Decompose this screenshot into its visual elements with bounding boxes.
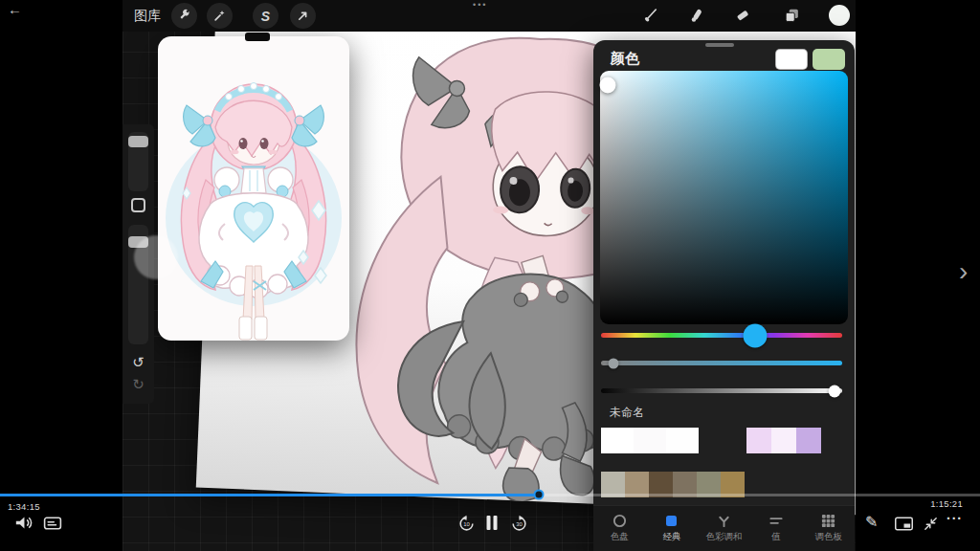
- layers-button[interactable]: [781, 6, 802, 25]
- saturation-brightness-picker[interactable]: [600, 71, 848, 324]
- wrench-icon: [177, 9, 191, 23]
- seek-bar-fill: [0, 494, 539, 496]
- pencil-icon: ✎: [865, 513, 878, 531]
- tab-value[interactable]: 值: [750, 506, 803, 551]
- undo-button[interactable]: ↺: [122, 354, 154, 371]
- volume-button[interactable]: [13, 514, 34, 531]
- reference-panel-handle[interactable]: [245, 33, 270, 41]
- palette-swatch[interactable]: [796, 428, 821, 453]
- next-panel-chevron[interactable]: ›: [959, 256, 968, 287]
- forward-30-icon: 30: [510, 515, 528, 533]
- system-dots: •••: [473, 0, 487, 10]
- color-panel-title: 颜色: [611, 50, 639, 68]
- note-pencil-button[interactable]: ✎: [865, 513, 878, 531]
- smudge-finger-icon: [688, 7, 705, 24]
- seek-bar-thumb[interactable]: [534, 490, 545, 500]
- more-options-button[interactable]: ···: [947, 511, 963, 526]
- speaker-icon: [14, 515, 33, 531]
- rewind-10-button[interactable]: 10: [457, 514, 476, 533]
- procreate-toolbar: 图库 S: [122, 0, 856, 32]
- actions-wrench-button[interactable]: [171, 3, 197, 29]
- palette-row-white: [601, 428, 699, 453]
- hue-slider-thumb[interactable]: [744, 323, 768, 347]
- reference-panel[interactable]: [158, 36, 349, 341]
- color-mode-tabbar: 色盘 经典 色彩调和 值 调色板: [593, 505, 855, 551]
- hue-slider[interactable]: [601, 333, 842, 338]
- brush-icon: [642, 7, 659, 24]
- palette-row-purple: [746, 428, 821, 453]
- remaining-time: 1:15:21: [930, 498, 963, 509]
- brush-tool-button[interactable]: [641, 6, 660, 25]
- saturation-slider[interactable]: [601, 361, 842, 365]
- danmaku-button[interactable]: [42, 516, 63, 531]
- palettes-grid-icon: [821, 514, 835, 528]
- svg-text:10: 10: [463, 520, 470, 526]
- picture-in-picture-icon: [894, 517, 914, 531]
- brush-size-slider-thumb[interactable]: [128, 136, 148, 147]
- tab-harmony[interactable]: 色彩调和: [698, 506, 750, 551]
- tab-classic[interactable]: 经典: [646, 506, 699, 551]
- value-sliders-icon: [768, 514, 784, 528]
- mini-player-button[interactable]: [893, 516, 914, 531]
- more-dots-icon: ···: [947, 511, 963, 526]
- forward-30-button[interactable]: 30: [509, 514, 528, 533]
- exit-fullscreen-button[interactable]: [921, 515, 940, 532]
- pause-icon: [485, 515, 499, 531]
- current-color-chip[interactable]: [775, 49, 808, 70]
- palette-swatch[interactable]: [634, 428, 666, 453]
- eraser-tool-button[interactable]: [733, 6, 752, 25]
- touch-indicator: [134, 235, 178, 279]
- back-button[interactable]: ←: [8, 1, 22, 17]
- seek-bar[interactable]: [0, 494, 980, 496]
- brightness-slider-thumb[interactable]: [829, 385, 841, 397]
- panel-drag-handle[interactable]: [705, 43, 734, 47]
- gallery-button[interactable]: 图库: [134, 8, 161, 25]
- secondary-color-chip[interactable]: [813, 49, 845, 70]
- selection-s-icon: S: [261, 9, 270, 24]
- picker-handle[interactable]: [599, 77, 615, 93]
- tab-disc[interactable]: 色盘: [593, 506, 646, 551]
- video-player: 图库 S: [0, 0, 980, 551]
- brightness-slider[interactable]: [601, 388, 842, 393]
- layers-icon: [783, 7, 801, 25]
- classic-square-icon: [666, 516, 677, 526]
- palette-name: 未命名: [610, 405, 644, 421]
- eraser-icon: [734, 7, 751, 24]
- selection-button[interactable]: S: [253, 3, 278, 29]
- palette-swatch[interactable]: [666, 428, 699, 453]
- disc-icon: [612, 514, 627, 528]
- tab-palettes[interactable]: 调色板: [802, 506, 855, 551]
- shrink-arrows-icon: [923, 516, 939, 532]
- smudge-tool-button[interactable]: [687, 6, 706, 25]
- transform-arrow-icon: [296, 9, 310, 23]
- reference-character-artwork: [158, 36, 349, 341]
- transform-button[interactable]: [290, 3, 316, 29]
- active-color-swatch-button[interactable]: [829, 5, 850, 26]
- adjustments-button[interactable]: [207, 3, 233, 29]
- current-time: 1:34:15: [8, 501, 40, 512]
- saturation-slider-thumb[interactable]: [608, 358, 618, 368]
- palette-swatch[interactable]: [601, 428, 634, 453]
- pause-button[interactable]: [484, 514, 500, 531]
- color-panel: 颜色 未命名: [593, 40, 855, 551]
- harmony-icon: [717, 514, 731, 528]
- svg-text:30: 30: [516, 520, 523, 526]
- palette-swatch[interactable]: [771, 428, 796, 453]
- redo-button[interactable]: ↻: [122, 376, 154, 393]
- rewind-10-icon: 10: [457, 515, 476, 533]
- palette-swatch[interactable]: [746, 428, 771, 453]
- magic-wand-icon: [212, 9, 227, 23]
- danmaku-panel-icon: [43, 517, 62, 531]
- modify-button[interactable]: [131, 198, 145, 212]
